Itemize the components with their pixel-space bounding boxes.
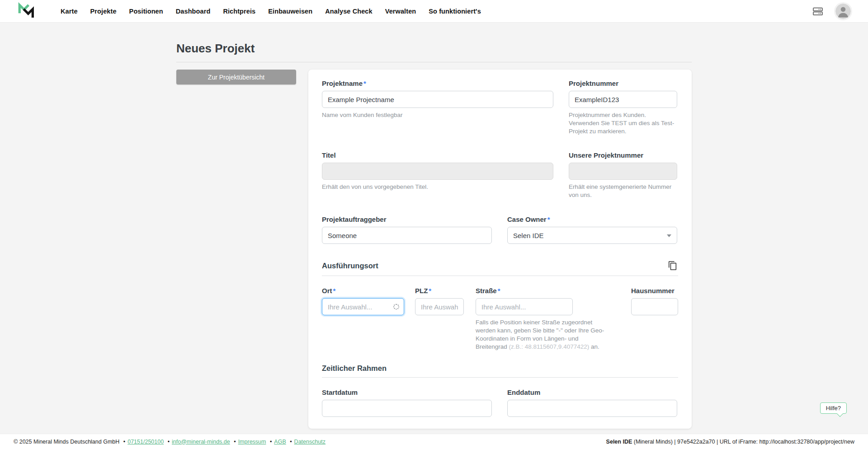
ort-label: Ort* [322, 287, 404, 295]
footer-left: © 2025 Mineral Minds Deutschland GmbH •0… [14, 439, 326, 445]
section-ausfuehrungsort-title: Ausführungsort [322, 262, 378, 270]
project-form-card: Projektname* Name vom Kunden festlegbar … [308, 70, 692, 429]
titel-input [322, 163, 553, 180]
footer: © 2025 Mineral Minds Deutschland GmbH •0… [0, 434, 868, 449]
required-asterisk: * [333, 287, 336, 295]
required-asterisk: * [363, 80, 366, 87]
footer-link-phone[interactable]: 07151/250100 [127, 439, 164, 445]
projektauftraggeber-input[interactable] [322, 227, 492, 244]
unsere-projektnummer-input [569, 163, 677, 180]
footer-link-email[interactable]: info@mineral-minds.de [172, 439, 230, 445]
plz-input[interactable] [415, 298, 464, 315]
footer-link-datenschutz[interactable]: Datenschutz [294, 439, 326, 445]
projektname-helper: Name vom Kunden festlegbar [322, 111, 553, 119]
case-owner-label: Case Owner* [507, 215, 677, 223]
titel-label: Titel [322, 151, 553, 159]
unsere-projektnummer-helper: Erhält eine systemgenerierte Nummer von … [569, 183, 677, 199]
footer-link-impressum[interactable]: Impressum [238, 439, 266, 445]
startdatum-input[interactable] [322, 400, 492, 417]
titel-helper: Erhält den von uns vorgegebenen Titel. [322, 183, 553, 191]
nav-item-verwalten[interactable]: Verwalten [385, 8, 416, 15]
unsere-projektnummer-label: Unsere Projektnummer [569, 151, 677, 159]
case-owner-value: Selen IDE [513, 232, 544, 239]
strasse-label: Straße* [476, 287, 607, 295]
nav-item-so-funktionierts[interactable]: So funktioniert's [429, 8, 481, 15]
main-content: Neues Projekt Zur Projektübersicht Proje… [176, 23, 692, 449]
top-nav: Karte Projekte Positionen Dashboard Rich… [0, 0, 868, 23]
projektname-label: Projektname* [322, 80, 553, 87]
nav-item-dashboard[interactable]: Dashboard [176, 8, 211, 15]
back-to-project-overview-button[interactable]: Zur Projektübersicht [176, 70, 296, 84]
strasse-helper: Falls die Position keiner Straße zugeord… [476, 318, 607, 351]
strasse-input[interactable] [476, 298, 573, 315]
startdatum-label: Startdatum [322, 388, 492, 396]
session-details: (Mineral Minds) | 97e5422a2a70 | URL of … [632, 439, 854, 445]
projektnummer-input[interactable] [569, 91, 677, 108]
required-asterisk: * [498, 287, 500, 295]
chevron-down-icon [667, 234, 671, 237]
case-owner-select[interactable]: Selen IDE [507, 227, 677, 244]
nav-item-positionen[interactable]: Positionen [129, 8, 163, 15]
nav-item-richtpreis[interactable]: Richtpreis [223, 8, 255, 15]
help-bubble[interactable]: Hilfe? [820, 402, 847, 414]
nav-item-karte[interactable]: Karte [61, 8, 78, 15]
nav-item-analyse-check[interactable]: Analyse Check [325, 8, 372, 15]
projektnummer-helper: Projektnummer des Kunden. Verwenden Sie … [569, 111, 677, 135]
projektnummer-label: Projektnummer [569, 80, 677, 87]
section-zeitlicher-rahmen-title: Zeitlicher Rahmen [322, 364, 387, 373]
nav-item-einbauweisen[interactable]: Einbauweisen [268, 8, 312, 15]
session-user: Selen IDE [606, 439, 632, 445]
session-info: Selen IDE (Mineral Minds) | 97e5422a2a70… [606, 439, 854, 445]
footer-link-agb[interactable]: AGB [274, 439, 286, 445]
required-asterisk: * [547, 215, 550, 223]
enddatum-input[interactable] [507, 400, 677, 417]
required-asterisk: * [429, 287, 431, 295]
plz-label: PLZ* [415, 287, 464, 295]
copyright-text: © 2025 Mineral Minds Deutschland GmbH [14, 439, 119, 445]
server-stack-icon[interactable] [811, 5, 825, 17]
loading-spinner-icon [393, 304, 399, 310]
hausnummer-label: Hausnummer [631, 287, 678, 295]
ort-input[interactable] [322, 298, 404, 315]
help-bubble-tail [837, 411, 843, 417]
projektauftraggeber-label: Projektauftraggeber [322, 215, 492, 223]
page-title: Neues Projekt [176, 42, 692, 62]
user-avatar-icon[interactable] [835, 4, 851, 19]
help-bubble-label: Hilfe? [826, 405, 841, 412]
enddatum-label: Enddatum [507, 388, 677, 396]
app-logo-icon[interactable] [17, 2, 35, 20]
hausnummer-input[interactable] [631, 298, 678, 315]
nav-item-projekte[interactable]: Projekte [90, 8, 117, 15]
content-copy-icon[interactable] [667, 260, 678, 271]
projektname-input[interactable] [322, 91, 553, 108]
nav-menu: Karte Projekte Positionen Dashboard Rich… [61, 8, 481, 15]
